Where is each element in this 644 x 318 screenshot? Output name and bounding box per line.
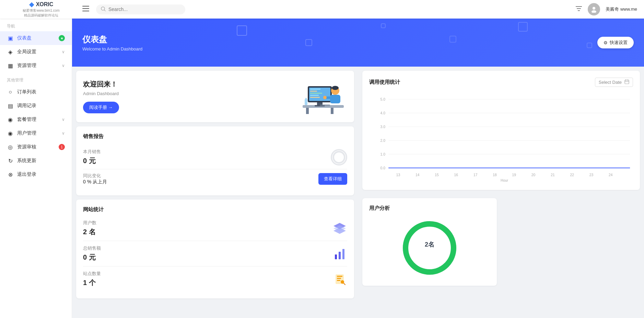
banner-welcome: Welcome to Admin Dashboard <box>82 46 142 52</box>
sidebar-item-label: 全局设置 <box>17 49 58 55</box>
quick-setup-button[interactable]: ⚙ 快速设置 <box>597 37 634 48</box>
svg-text:17: 17 <box>473 173 477 177</box>
svg-text:20: 20 <box>531 173 535 177</box>
chevron-down-icon: ∨ <box>62 117 65 122</box>
banner-title: 仪表盘 <box>82 34 142 45</box>
stat-users-label: 用户数 <box>83 220 96 226</box>
svg-rect-35 <box>339 252 341 259</box>
user-analysis-card: 用户分析 2名 <box>362 198 497 286</box>
logout-icon: ⊗ <box>7 171 14 178</box>
avatar <box>588 3 600 15</box>
stat-row-sales: 总销售额 0 元 <box>83 241 347 266</box>
sidebar-item-call-records[interactable]: ▤ 调用记录 <box>0 99 72 113</box>
calendar-icon <box>624 79 629 85</box>
detail-button[interactable]: 查看详细 <box>318 173 347 185</box>
sidebar-item-label: 订单列表 <box>17 89 65 95</box>
svg-rect-11 <box>306 108 309 114</box>
read-manual-button[interactable]: 阅读手册 → <box>83 102 119 113</box>
main-layout: 导航 ▣ 仪表盘 ★ ◈ 全局设置 ∨ ▦ 资源管理 ∨ 其他管理 ○ 订单列表… <box>0 19 644 318</box>
sidebar-item-system-update[interactable]: ↻ 系统更新 <box>0 154 72 168</box>
svg-point-26 <box>323 96 327 99</box>
svg-rect-12 <box>331 108 333 114</box>
user-management-icon: ◉ <box>7 130 14 137</box>
stats-card: 网站统计 用户数 2 名 <box>76 200 354 298</box>
main-grid: 欢迎回来！ Admin Dashboard 阅读手册 → <box>72 67 644 318</box>
chart-header: 调用使用统计 Select Date <box>369 78 633 87</box>
svg-text:0.0: 0.0 <box>380 166 385 170</box>
sidebar-item-label: 套餐管理 <box>17 116 58 123</box>
svg-text:15: 15 <box>435 173 439 177</box>
sales-change-row: 同比变化 0 % 从上月 查看详细 <box>83 169 347 189</box>
svg-text:16: 16 <box>454 173 458 177</box>
sidebar: 导航 ▣ 仪表盘 ★ ◈ 全局设置 ∨ ▦ 资源管理 ∨ 其他管理 ○ 订单列表… <box>0 19 72 318</box>
svg-text:22: 22 <box>570 173 574 177</box>
date-select-text: Select Date <box>599 80 622 85</box>
chevron-down-icon: ∨ <box>62 131 65 136</box>
svg-rect-43 <box>625 80 629 84</box>
svg-text:3.0: 3.0 <box>380 125 385 129</box>
chevron-down-icon: ∨ <box>62 63 65 68</box>
bottom-row: 用户分析 2名 <box>358 194 644 290</box>
chart-title: 调用使用统计 <box>369 79 400 86</box>
svg-rect-0 <box>82 6 89 7</box>
svg-text:21: 21 <box>551 173 555 177</box>
call-chart-card: 调用使用统计 Select Date <box>362 71 640 190</box>
sidebar-item-resource-audit[interactable]: ◎ 资源审核 1 <box>0 140 72 154</box>
resource-management-icon: ▦ <box>7 62 14 69</box>
svg-text:4.0: 4.0 <box>380 111 385 115</box>
welcome-subtitle: Admin Dashboard <box>83 91 119 96</box>
welcome-illustration <box>292 78 347 115</box>
header-right: 美酱奇 www.me <box>575 3 637 15</box>
svg-point-8 <box>593 7 595 10</box>
dashboard-badge: ★ <box>59 35 65 41</box>
svg-rect-27 <box>320 104 330 106</box>
sidebar-item-label: 退出登录 <box>17 171 65 178</box>
call-records-icon: ▤ <box>7 102 14 109</box>
svg-point-30 <box>333 151 344 163</box>
username: 美酱奇 www.me <box>606 6 637 12</box>
svg-text:14: 14 <box>415 173 420 177</box>
sidebar-item-user-management[interactable]: ◉ 用户管理 ∨ <box>0 126 72 140</box>
svg-rect-18 <box>310 91 317 92</box>
logo-area: ◆ XORIC 秘爱博客www.bim1.com 精品源码破解软件论坛 <box>7 1 75 18</box>
filter-icon[interactable] <box>575 5 582 13</box>
search-input[interactable] <box>108 7 180 12</box>
logo-sub: 精品源码破解软件论坛 <box>24 13 58 18</box>
sidebar-item-label: 用户管理 <box>17 130 58 136</box>
sidebar-item-dashboard[interactable]: ▣ 仪表盘 ★ <box>0 31 72 45</box>
svg-line-4 <box>104 10 105 11</box>
svg-text:18: 18 <box>493 173 497 177</box>
welcome-text: 欢迎回来！ Admin Dashboard 阅读手册 → <box>83 80 119 113</box>
order-list-icon: ○ <box>7 89 14 95</box>
svg-rect-29 <box>305 98 307 99</box>
sidebar-toggle-button[interactable] <box>81 4 91 14</box>
sidebar-item-resource-management[interactable]: ▦ 资源管理 ∨ <box>0 59 72 72</box>
sidebar-item-global-settings[interactable]: ◈ 全局设置 ∨ <box>0 45 72 59</box>
sales-monthly-label: 本月销售 <box>83 149 101 155</box>
package-icon: ◉ <box>7 116 14 123</box>
sidebar-item-order-list[interactable]: ○ 订单列表 <box>0 85 72 99</box>
svg-text:13: 13 <box>396 173 400 177</box>
sidebar-item-label: 仪表盘 <box>17 35 55 41</box>
donut-chart: 2名 <box>369 217 490 279</box>
sidebar-item-logout[interactable]: ⊗ 退出登录 <box>0 168 72 181</box>
svg-rect-1 <box>82 8 89 9</box>
sales-circle-chart <box>331 149 347 166</box>
search-box <box>96 4 185 14</box>
svg-text:19: 19 <box>512 173 516 177</box>
stat-row-sites: 站点数量 1 个 <box>83 266 347 292</box>
svg-text:5.0: 5.0 <box>380 97 385 101</box>
sidebar-item-label: 系统更新 <box>17 158 65 164</box>
resource-audit-icon: ◎ <box>7 144 14 150</box>
svg-text:2.0: 2.0 <box>380 138 385 143</box>
search-icon <box>101 7 106 12</box>
date-select-button[interactable]: Select Date <box>595 78 633 87</box>
svg-text:2名: 2名 <box>425 241 434 248</box>
sales-monthly-value: 0 元 <box>83 156 101 166</box>
top-header: ◆ XORIC 秘爱博客www.bim1.com 精品源码破解软件论坛 美酱奇 … <box>0 0 644 19</box>
header-left: ◆ XORIC 秘爱博客www.bim1.com 精品源码破解软件论坛 <box>7 1 185 18</box>
left-column: 欢迎回来！ Admin Dashboard 阅读手册 → <box>72 67 358 318</box>
svg-text:23: 23 <box>589 173 593 177</box>
sidebar-item-package-management[interactable]: ◉ 套餐管理 ∨ <box>0 113 72 126</box>
svg-rect-38 <box>337 276 342 277</box>
